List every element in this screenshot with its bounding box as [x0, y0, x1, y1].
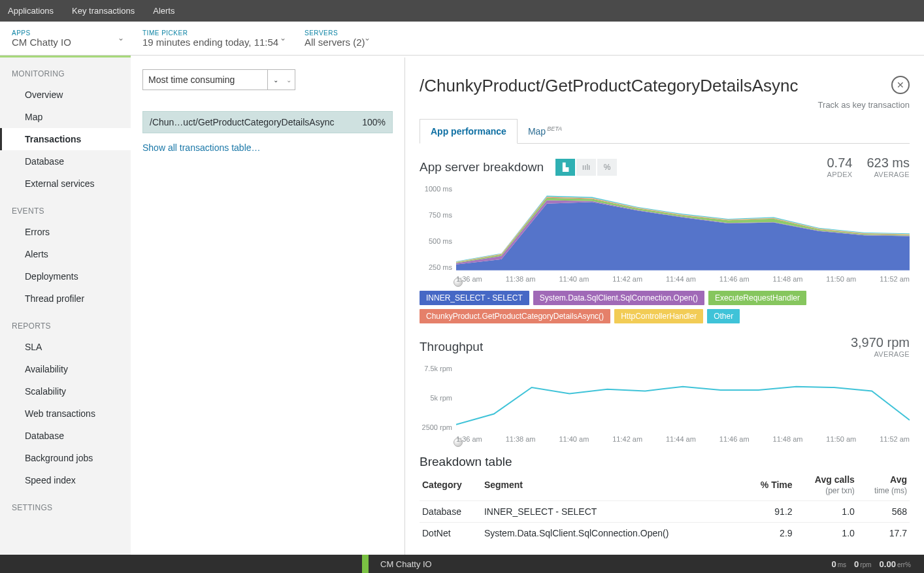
chevron-down-icon[interactable]: ⌄ [267, 70, 283, 90]
th-pct[interactable]: % Time [744, 469, 795, 501]
topnav-key-transactions[interactable]: Key transactions [72, 6, 135, 16]
chart-mode-percent-button[interactable]: % [597, 159, 617, 176]
chevron-down-icon: ⌄ [280, 33, 286, 42]
time-picker-label: TIME PICKER [142, 29, 281, 37]
transaction-row-name: /Chun…uct/GetProductCategoryDetailsAsync [150, 117, 357, 127]
th-calls[interactable]: Avg calls(per txn) [795, 469, 857, 501]
time-picker-value: 19 minutes ending today, 11:54 [142, 37, 281, 48]
sidebar-item-alerts[interactable]: Alerts [0, 243, 131, 265]
sidebar-item-scalability[interactable]: Scalability [0, 380, 131, 402]
status-rpm: 0 [854, 559, 859, 569]
throughput-value: 3,970 rpm [851, 335, 910, 350]
chevron-down-icon[interactable]: ⌄ [283, 76, 295, 84]
throughput-title: Throughput [420, 340, 483, 354]
legend-chip[interactable]: HttpControllerHandler [614, 309, 703, 323]
chevron-down-icon: ⌄ [364, 33, 371, 42]
percent-icon: % [604, 163, 611, 172]
status-bar: CM Chatty IO 0ms 0rpm 0.00err% [0, 555, 924, 573]
sort-select-value: Most time consuming [143, 74, 267, 85]
tab-map-label: Map [528, 126, 546, 137]
topnav-applications[interactable]: Applications [8, 6, 54, 16]
filter-bar: APPS CM Chatty IO ⌄ TIME PICKER 19 minut… [0, 22, 924, 56]
servers-picker-label: SERVERS [305, 29, 365, 37]
detail-title: /ChunkyProduct/GetProductCategoryDetails… [420, 76, 799, 96]
status-ms: 0 [832, 559, 836, 569]
sidebar-item-background-jobs[interactable]: Background jobs [0, 447, 131, 469]
sidebar-item-web-transactions[interactable]: Web transactions [0, 402, 131, 425]
sidebar-item-speed-index[interactable]: Speed index [0, 469, 131, 491]
app-picker-label: APPS [12, 29, 119, 37]
servers-picker[interactable]: SERVERS All servers (2) ⌄ [293, 22, 377, 55]
top-nav: Applications Key transactions Alerts [0, 0, 924, 22]
status-indicator [362, 555, 369, 573]
status-ms-unit: ms [838, 561, 846, 568]
status-err-unit: err% [897, 561, 911, 568]
transaction-row-pct: 100% [362, 117, 386, 127]
sidebar-item-availability[interactable]: Availability [0, 358, 131, 380]
track-key-transaction-link[interactable]: Track as key transaction [420, 100, 910, 110]
status-app-name: CM Chatty IO [369, 559, 444, 569]
legend-chip[interactable]: ExecuteRequestHandler [708, 291, 806, 305]
throughput-label: AVERAGE [851, 350, 910, 358]
time-picker[interactable]: TIME PICKER 19 minutes ending today, 11:… [131, 22, 293, 55]
status-rpm-unit: rpm [860, 561, 871, 568]
show-all-link[interactable]: Show all transactions table… [142, 142, 393, 153]
legend-chip[interactable]: INNER_SELECT - SELECT [420, 291, 529, 305]
app-picker[interactable]: APPS CM Chatty IO ⌄ [0, 22, 131, 55]
detail-tabs: App performance MapBETA [420, 119, 910, 144]
legend-chip[interactable]: Other [707, 309, 740, 323]
sidebar-section-reports: REPORTS [0, 310, 131, 336]
sort-select[interactable]: Most time consuming ⌄ ⌄ [142, 69, 295, 90]
chart-mode-area-button[interactable]: ▙ [555, 159, 575, 176]
topnav-alerts[interactable]: Alerts [153, 6, 174, 16]
sidebar-item-overview[interactable]: Overview [0, 84, 131, 106]
breakdown-title: App server breakdown [420, 160, 544, 174]
sidebar-item-transactions[interactable]: Transactions [0, 128, 131, 150]
sidebar-section-settings: SETTINGS [0, 491, 131, 517]
sidebar-item-errors[interactable]: Errors [0, 221, 131, 243]
breakdown-table: Breakdown table Category Segment % Time … [420, 455, 910, 544]
status-err: 0.00 [880, 559, 896, 569]
avg-label: AVERAGE [866, 171, 910, 178]
th-time[interactable]: Avgtime (ms) [857, 469, 910, 501]
transactions-column: Most time consuming ⌄ ⌄ /Chun…uct/GetPro… [131, 57, 405, 555]
bar-chart-icon: ıılı [582, 163, 591, 172]
close-icon: ✕ [897, 80, 904, 90]
table-row[interactable]: DatabaseINNER_SELECT - SELECT91.21.0568 [420, 501, 910, 523]
chart-mode-bar-button[interactable]: ıılı [576, 159, 596, 176]
apdex-label: APDEX [827, 171, 852, 178]
sidebar-section-monitoring: MONITORING [0, 57, 131, 84]
app-picker-value: CM Chatty IO [12, 37, 119, 48]
table-row[interactable]: DotNetSystem.Data.SqlClient.SqlConnectio… [420, 523, 910, 544]
legend-chip[interactable]: System.Data.SqlClient.SqlConnection.Open… [533, 291, 704, 305]
breakdown-legend: INNER_SELECT - SELECTSystem.Data.SqlClie… [420, 291, 910, 323]
th-segment[interactable]: Segment [482, 469, 744, 501]
throughput-chart: 7.5k rpm5k rpm2500 rpm 1:36 am11:38 am11… [420, 365, 910, 443]
beta-badge: BETA [547, 125, 562, 132]
close-button[interactable]: ✕ [891, 76, 910, 94]
tab-map[interactable]: MapBETA [518, 119, 572, 143]
sidebar-item-map[interactable]: Map [0, 106, 131, 128]
sidebar: MONITORINGOverviewMapTransactionsDatabas… [0, 57, 131, 555]
sidebar-item-database[interactable]: Database [0, 425, 131, 447]
sidebar-item-external-services[interactable]: External services [0, 172, 131, 195]
breakdown-chart: 1000 ms750 ms500 ms250 ms 1:36 am11:38 a… [420, 185, 910, 283]
sidebar-item-sla[interactable]: SLA [0, 336, 131, 358]
sidebar-item-deployments[interactable]: Deployments [0, 265, 131, 287]
sidebar-item-database[interactable]: Database [0, 150, 131, 172]
area-chart-icon: ▙ [563, 163, 569, 172]
transaction-row[interactable]: /Chun…uct/GetProductCategoryDetailsAsync… [142, 111, 393, 133]
avg-value: 623 ms [866, 156, 910, 171]
th-category[interactable]: Category [420, 469, 482, 501]
legend-chip[interactable]: ChunkyProduct.GetProductCategoryDetailsA… [420, 309, 610, 323]
sidebar-item-thread-profiler[interactable]: Thread profiler [0, 287, 131, 310]
tab-app-performance[interactable]: App performance [420, 119, 518, 144]
chevron-down-icon: ⌄ [118, 33, 124, 42]
breakdown-table-title: Breakdown table [420, 455, 910, 469]
detail-panel: /ChunkyProduct/GetProductCategoryDetails… [405, 57, 924, 555]
apdex-value: 0.74 [827, 156, 852, 171]
sidebar-section-events: EVENTS [0, 195, 131, 221]
servers-picker-value: All servers (2) [305, 37, 365, 48]
